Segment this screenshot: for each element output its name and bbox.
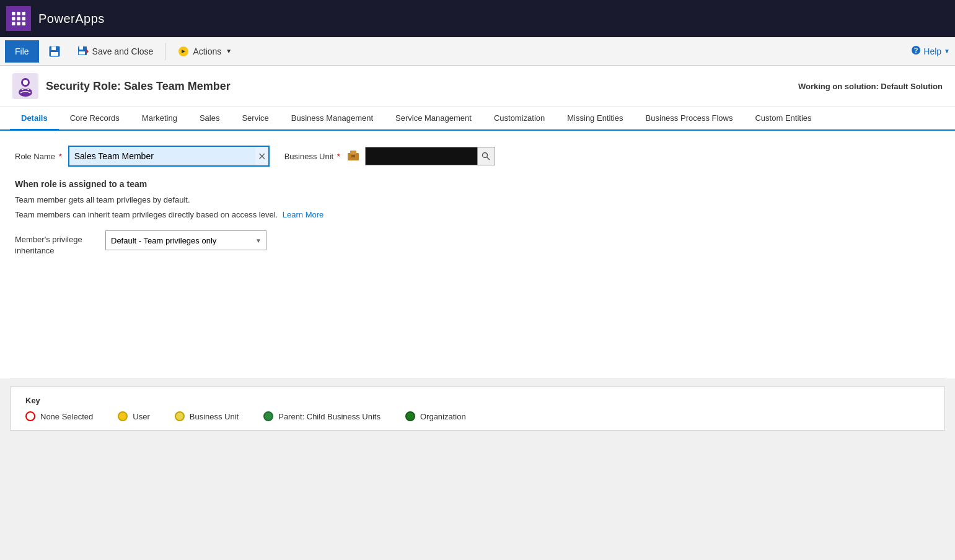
circle-none bbox=[25, 411, 35, 421]
key-item-business-unit: Business Unit bbox=[175, 411, 239, 421]
svg-rect-22 bbox=[350, 151, 356, 154]
svg-rect-4 bbox=[17, 17, 20, 20]
help-button[interactable]: ? Help ▼ bbox=[911, 45, 950, 57]
business-unit-field: Business Unit * bbox=[284, 147, 495, 165]
business-unit-label: Business Unit * bbox=[284, 152, 340, 161]
svg-rect-7 bbox=[17, 22, 20, 26]
team-line2: Team members can inherit team privileges… bbox=[15, 209, 940, 221]
main-content: Role Name * ✕ Business Unit * bbox=[0, 131, 955, 378]
key-items: None Selected User Business Unit Parent:… bbox=[25, 411, 930, 421]
toolbar: File Save and Close bbox=[0, 37, 955, 66]
bu-icon bbox=[346, 148, 360, 165]
privilege-label: Member's privilegeinheritance bbox=[15, 230, 95, 256]
role-name-input-wrapper: ✕ bbox=[68, 146, 270, 167]
save-icon bbox=[48, 45, 61, 58]
svg-point-20 bbox=[23, 80, 28, 85]
role-name-clear-button[interactable]: ✕ bbox=[255, 151, 268, 162]
svg-rect-0 bbox=[12, 12, 15, 15]
tab-business-process-flows[interactable]: Business Process Flows bbox=[635, 107, 744, 131]
key-item-user: User bbox=[118, 411, 149, 421]
app-title: PowerApps bbox=[38, 12, 105, 26]
svg-rect-11 bbox=[51, 52, 58, 56]
privilege-select[interactable]: Default - Team privileges only Direct Us… bbox=[105, 230, 266, 250]
tab-customization[interactable]: Customization bbox=[483, 107, 556, 131]
svg-rect-6 bbox=[12, 22, 15, 26]
page-icon bbox=[12, 73, 38, 99]
role-name-field: Role Name * ✕ bbox=[15, 146, 270, 167]
svg-rect-13 bbox=[79, 46, 83, 50]
role-name-label: Role Name * bbox=[15, 152, 62, 161]
circle-business-unit bbox=[175, 411, 185, 421]
save-button[interactable] bbox=[42, 40, 68, 63]
svg-rect-1 bbox=[17, 12, 20, 15]
solution-info: Working on solution: Default Solution bbox=[798, 82, 943, 91]
circle-user bbox=[118, 411, 128, 421]
learn-more-link[interactable]: Learn More bbox=[283, 210, 323, 219]
tab-details[interactable]: Details bbox=[10, 107, 59, 131]
form-row-role: Role Name * ✕ Business Unit * bbox=[15, 146, 940, 167]
tab-business-management[interactable]: Business Management bbox=[280, 107, 384, 131]
key-separator bbox=[10, 378, 945, 379]
team-line1: Team member gets all team privileges by … bbox=[15, 194, 940, 206]
save-close-label: Save and Close bbox=[92, 46, 154, 56]
bu-required: * bbox=[335, 152, 340, 161]
key-label-none: None Selected bbox=[40, 412, 93, 421]
app-grid-button[interactable] bbox=[6, 6, 31, 31]
key-label-organization: Organization bbox=[420, 412, 466, 421]
key-item-parent-child: Parent: Child Business Units bbox=[263, 411, 381, 421]
help-label: Help bbox=[923, 46, 941, 56]
svg-text:?: ? bbox=[914, 46, 918, 54]
page-header: Security Role: Sales Team Member Working… bbox=[0, 66, 955, 107]
svg-rect-23 bbox=[351, 155, 353, 157]
business-unit-input[interactable] bbox=[366, 147, 477, 165]
key-item-organization: Organization bbox=[405, 411, 466, 421]
bu-input-wrapper bbox=[365, 147, 495, 165]
privilege-row: Member's privilegeinheritance Default - … bbox=[15, 230, 940, 256]
page-title: Security Role: Sales Team Member bbox=[46, 80, 231, 93]
bu-search-button[interactable] bbox=[477, 147, 495, 165]
role-name-required: * bbox=[56, 152, 62, 161]
tabs-bar: Details Core Records Marketing Sales Ser… bbox=[0, 107, 955, 131]
key-label-parent-child: Parent: Child Business Units bbox=[278, 412, 381, 421]
tab-custom-entities[interactable]: Custom Entities bbox=[744, 107, 822, 131]
page-header-left: Security Role: Sales Team Member bbox=[12, 73, 231, 99]
team-section: When role is assigned to a team Team mem… bbox=[15, 179, 940, 256]
help-chevron: ▼ bbox=[944, 48, 950, 55]
actions-label: Actions bbox=[193, 46, 221, 56]
actions-button[interactable]: Actions ▼ bbox=[170, 40, 239, 63]
tab-core-records[interactable]: Core Records bbox=[59, 107, 131, 131]
role-name-input[interactable] bbox=[69, 147, 255, 165]
svg-rect-3 bbox=[12, 17, 15, 20]
key-item-none: None Selected bbox=[25, 411, 93, 421]
actions-icon bbox=[177, 45, 190, 58]
help-icon: ? bbox=[911, 45, 921, 57]
tab-marketing[interactable]: Marketing bbox=[131, 107, 188, 131]
svg-rect-8 bbox=[22, 22, 26, 26]
circle-organization bbox=[405, 411, 415, 421]
tab-service[interactable]: Service bbox=[231, 107, 279, 131]
toolbar-separator bbox=[165, 43, 165, 60]
svg-rect-5 bbox=[22, 17, 26, 20]
key-title: Key bbox=[25, 396, 930, 405]
svg-point-25 bbox=[483, 153, 488, 158]
actions-chevron: ▼ bbox=[226, 48, 232, 55]
save-close-button[interactable]: Save and Close bbox=[70, 40, 161, 63]
svg-line-26 bbox=[487, 157, 490, 160]
tab-service-management[interactable]: Service Management bbox=[384, 107, 483, 131]
team-section-heading: When role is assigned to a team bbox=[15, 179, 940, 189]
privilege-select-wrapper: Default - Team privileges only Direct Us… bbox=[105, 230, 266, 250]
svg-rect-10 bbox=[51, 46, 56, 50]
tab-missing-entities[interactable]: Missing Entities bbox=[556, 107, 634, 131]
svg-rect-14 bbox=[79, 51, 85, 55]
file-button[interactable]: File bbox=[5, 40, 39, 63]
circle-parent-child bbox=[263, 411, 273, 421]
top-bar: PowerApps bbox=[0, 0, 955, 37]
svg-rect-24 bbox=[353, 155, 355, 157]
svg-rect-2 bbox=[22, 12, 26, 15]
key-label-business-unit: Business Unit bbox=[190, 412, 239, 421]
tab-sales[interactable]: Sales bbox=[188, 107, 231, 131]
key-section: Key None Selected User Business Unit Par… bbox=[10, 387, 945, 431]
key-label-user: User bbox=[133, 412, 149, 421]
bu-field-wrapper bbox=[346, 147, 495, 165]
save-close-icon bbox=[77, 45, 89, 58]
